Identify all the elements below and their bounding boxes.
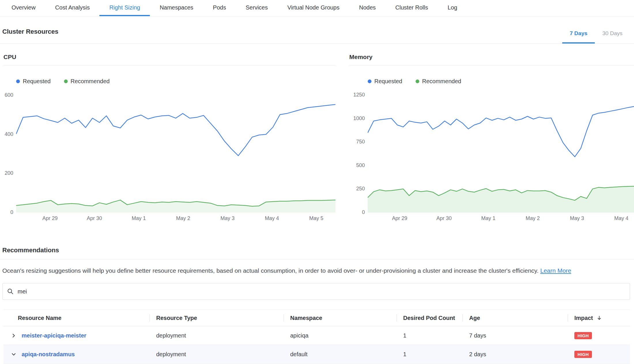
y-tick-label: 200 (5, 170, 13, 176)
recommended-area (368, 186, 634, 213)
column-header-resource-name[interactable]: Resource Name (3, 310, 150, 326)
resource-name-link[interactable]: meister-apiciqa-meister (22, 332, 86, 339)
cpu-x-axis-labels: Apr 29Apr 30May 1May 2May 3May 4May 5 (16, 215, 335, 223)
column-label: Namespace (290, 315, 322, 321)
impact-cell: HIGH (568, 332, 630, 339)
x-tick-label: Apr 30 (87, 215, 102, 221)
cpu-chart-title: CPU (3, 54, 335, 65)
x-tick-label: Apr 29 (392, 215, 407, 221)
x-tick-label: Apr 29 (42, 215, 58, 221)
recommendations-description: Ocean's resizing suggestions will help y… (0, 259, 634, 274)
memory-y-axis-labels: 025050075010001250 (349, 90, 368, 213)
age-cell: 7 days (463, 332, 568, 339)
tab-services[interactable]: Services (236, 0, 278, 16)
tab-log[interactable]: Log (438, 0, 467, 16)
tab-nodes[interactable]: Nodes (349, 0, 386, 16)
tab-namespaces[interactable]: Namespaces (150, 0, 203, 16)
x-tick-label: May 2 (526, 215, 540, 221)
memory-x-axis-labels: Apr 29Apr 30May 1May 2May 3May 4 (368, 215, 634, 223)
cpu-chart-canvas (16, 90, 335, 213)
sort-desc-icon (597, 315, 602, 321)
resource-name-cell: apiqa-nostradamus (3, 351, 150, 358)
legend-label: Requested (23, 78, 51, 85)
y-tick-label: 750 (356, 139, 365, 145)
x-tick-label: May 2 (176, 215, 190, 221)
learn-more-link[interactable]: Learn More (540, 267, 571, 274)
y-tick-label: 500 (356, 162, 365, 168)
y-tick-label: 0 (362, 209, 365, 215)
legend-recommended[interactable]: Recommended (416, 78, 461, 85)
column-label: Resource Type (156, 315, 197, 321)
charts-row: CPU RequestedRecommended 0200400600 Apr … (0, 44, 634, 223)
tab-overview[interactable]: Overview (2, 0, 45, 16)
impact-cell: HIGH (568, 351, 630, 358)
desired-pod-count-cell: 1 (397, 332, 463, 339)
cluster-resources-title: Cluster Resources (2, 28, 58, 35)
table-body: meister-apiciqa-meisterdeploymentapiciqa… (3, 326, 630, 364)
memory-chart-legend: RequestedRecommended (368, 78, 634, 85)
legend-requested[interactable]: Requested (16, 78, 51, 85)
memory-chart-body: 025050075010001250 (349, 90, 634, 213)
table-row-meister-apiciqa-meister: meister-apiciqa-meisterdeploymentapiciqa… (3, 326, 630, 345)
column-label: Desired Pod Count (403, 315, 455, 321)
x-tick-label: May 3 (570, 215, 584, 221)
tab-cost-analysis[interactable]: Cost Analysis (45, 0, 99, 16)
y-tick-label: 1250 (353, 92, 365, 98)
requested-line (16, 105, 335, 156)
search-input[interactable] (18, 288, 625, 295)
requested-line (368, 107, 634, 157)
tab-cluster-rolls[interactable]: Cluster Rolls (386, 0, 438, 16)
tab-pods[interactable]: Pods (203, 0, 236, 16)
cpu-chart-body: 0200400600 (3, 90, 335, 213)
desired-pod-count-cell: 1 (397, 351, 463, 358)
column-header-desired-pod-count[interactable]: Desired Pod Count (397, 310, 463, 326)
legend-dot-icon (416, 79, 419, 83)
recommendations-description-text: Ocean's resizing suggestions will help y… (2, 267, 539, 274)
tab-bar: OverviewCost AnalysisRight SizingNamespa… (0, 0, 634, 16)
resource-type-cell: deployment (150, 332, 284, 339)
y-tick-label: 1000 (353, 115, 365, 122)
y-tick-label: 250 (356, 186, 365, 192)
cpu-y-axis-labels: 0200400600 (3, 90, 16, 213)
x-tick-label: May 1 (132, 215, 146, 221)
y-tick-label: 400 (5, 131, 13, 137)
namespace-cell: default (284, 351, 397, 358)
x-tick-label: Apr 30 (436, 215, 452, 221)
x-tick-label: May 4 (265, 215, 279, 221)
column-label: Impact (574, 315, 593, 321)
memory-plot-area (368, 90, 634, 213)
tab-virtual-node-groups[interactable]: Virtual Node Groups (278, 0, 349, 16)
range-30-days[interactable]: 30 Days (595, 16, 630, 43)
column-header-namespace[interactable]: Namespace (284, 310, 397, 326)
recommendations-table: Resource NameResource TypeNamespaceDesir… (3, 310, 630, 364)
table-row-apiqa-nostradamus: apiqa-nostradamusdeploymentdefault12 day… (3, 345, 630, 364)
resource-name-cell: meister-apiciqa-meister (3, 332, 150, 339)
recommendations-title: Recommendations (0, 247, 634, 259)
table-header: Resource NameResource TypeNamespaceDesir… (3, 310, 630, 326)
memory-chart: Memory RequestedRecommended 025050075010… (349, 54, 634, 223)
x-tick-label: May 1 (481, 215, 495, 221)
legend-label: Recommended (422, 78, 461, 85)
column-header-impact[interactable]: Impact (568, 310, 630, 326)
y-tick-label: 600 (5, 92, 13, 98)
search-bar[interactable] (2, 283, 630, 300)
tab-right-sizing[interactable]: Right Sizing (99, 0, 150, 16)
search-icon (7, 288, 14, 295)
memory-chart-canvas (368, 90, 634, 213)
resource-name-link[interactable]: apiqa-nostradamus (22, 351, 75, 358)
legend-label: Requested (374, 78, 402, 85)
column-label: Resource Name (18, 315, 61, 321)
cpu-chart: CPU RequestedRecommended 0200400600 Apr … (3, 54, 335, 223)
column-label: Age (469, 315, 480, 321)
legend-dot-icon (16, 79, 20, 83)
expand-chevron-icon[interactable] (11, 333, 16, 338)
column-header-resource-type[interactable]: Resource Type (150, 310, 284, 326)
time-range-toggle: 7 Days30 Days (562, 16, 630, 43)
range-7-days[interactable]: 7 Days (562, 16, 595, 43)
collapse-chevron-icon[interactable] (11, 352, 16, 357)
cpu-chart-legend: RequestedRecommended (16, 78, 335, 85)
column-header-age[interactable]: Age (463, 310, 568, 326)
legend-requested[interactable]: Requested (368, 78, 402, 85)
x-tick-label: May 5 (309, 215, 323, 221)
legend-recommended[interactable]: Recommended (64, 78, 110, 85)
